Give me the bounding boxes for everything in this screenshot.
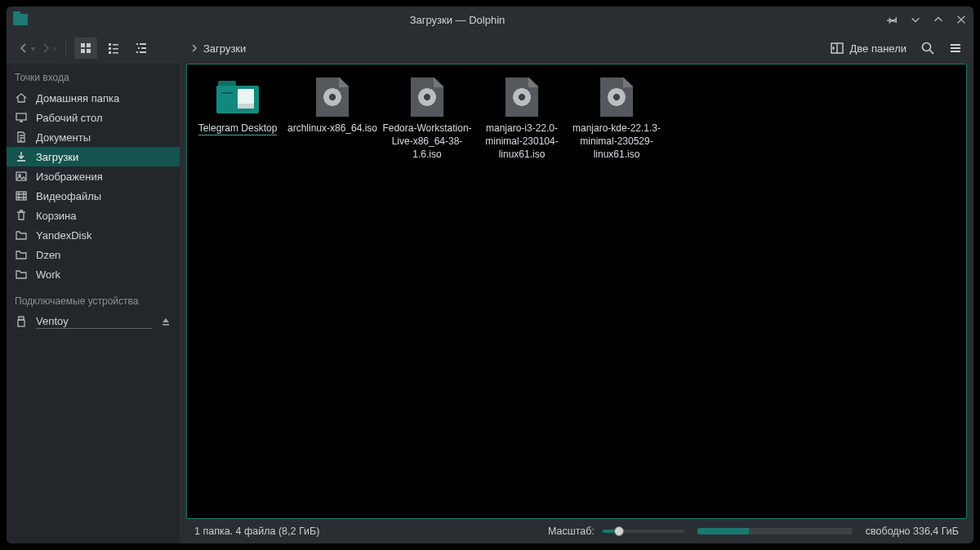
sidebar-item-label: Dzen: [36, 249, 172, 261]
svg-rect-23: [18, 320, 24, 326]
svg-rect-12: [138, 47, 140, 49]
split-panel-icon: [830, 41, 844, 55]
chevron-right-icon: [190, 44, 198, 52]
file-name: manjaro-i3-22.0-minimal-230104-linux61.i…: [476, 122, 568, 162]
split-view-button[interactable]: Две панели: [825, 38, 911, 59]
svg-rect-8: [109, 51, 111, 54]
breadcrumb-current: Загрузки: [203, 42, 246, 55]
close-button[interactable]: [956, 14, 967, 25]
iso-file-icon: [404, 78, 450, 117]
zoom-label: Масштаб:: [548, 526, 595, 537]
svg-rect-2: [81, 49, 85, 53]
svg-rect-11: [140, 43, 146, 45]
sidebar-item-trash[interactable]: Корзина: [7, 206, 180, 225]
svg-rect-9: [113, 52, 118, 54]
sidebar-item-label: Изображения: [36, 171, 172, 183]
pictures-icon: [15, 170, 28, 183]
file-item[interactable]: Telegram Desktop: [190, 74, 285, 166]
svg-rect-7: [113, 48, 118, 50]
svg-rect-14: [136, 51, 138, 53]
minimize-button[interactable]: [910, 14, 921, 25]
sidebar-section-devices: Подключаемые устройства: [7, 292, 180, 312]
svg-point-17: [923, 43, 931, 51]
app-icon: [13, 14, 28, 25]
eject-button[interactable]: [160, 316, 172, 327]
svg-rect-4: [109, 43, 111, 46]
svg-rect-6: [109, 47, 111, 50]
sidebar-item-label: Документы: [36, 131, 172, 144]
sidebar-item-ventoy[interactable]: Ventoy: [7, 312, 180, 331]
search-icon: [920, 41, 935, 55]
svg-rect-10: [136, 43, 138, 45]
svg-rect-0: [81, 43, 85, 47]
view-compact-button[interactable]: [102, 38, 125, 59]
svg-rect-15: [140, 51, 146, 53]
svg-rect-1: [87, 43, 91, 47]
svg-rect-21: [16, 192, 26, 200]
sidebar-item-yandex[interactable]: YandexDisk: [7, 225, 180, 245]
svg-rect-18: [16, 113, 26, 120]
folder-icon: [15, 248, 28, 261]
dolphin-window: Загрузки — Dolphin ▾ ▾: [7, 7, 973, 543]
sidebar-item-pictures[interactable]: Изображения: [7, 166, 180, 186]
free-space: свободно 336,4 ГиБ: [866, 526, 959, 537]
iso-file-icon: [594, 78, 639, 117]
disk-usage-bar: [697, 528, 853, 534]
split-view-label: Две панели: [849, 42, 906, 55]
sidebar-item-label: Загрузки: [36, 151, 172, 163]
sidebar: Точки входа Домашняя папкаРабочий столДо…: [7, 64, 180, 543]
file-item[interactable]: manjaro-kde-22.1.3-minimal-230529-linux6…: [569, 74, 664, 166]
sidebar-item-desktop[interactable]: Рабочий стол: [7, 108, 180, 127]
status-summary: 1 папка. 4 файла (8,2 ГиБ): [194, 526, 319, 537]
usb-icon: [15, 315, 28, 328]
desktop-icon: [15, 111, 28, 124]
file-item[interactable]: manjaro-i3-22.0-minimal-230104-linux61.i…: [474, 74, 569, 166]
hamburger-button[interactable]: [944, 37, 967, 60]
titlebar: Загрузки — Dolphin: [7, 7, 973, 33]
zoom-slider[interactable]: [603, 530, 684, 533]
download-icon: [15, 150, 28, 163]
toolbar: ▾ ▾ Загрузки Две панели: [7, 33, 973, 64]
sidebar-item-videos[interactable]: Видеофайлы: [7, 186, 180, 206]
folder-icon: [15, 268, 28, 281]
svg-rect-24: [163, 324, 169, 326]
sidebar-item-label: Work: [36, 268, 172, 281]
svg-rect-13: [141, 47, 146, 49]
sidebar-item-home[interactable]: Домашняя папка: [7, 88, 180, 108]
file-grid[interactable]: Telegram Desktoparchlinux-x86_64.isoFedo…: [186, 64, 967, 519]
svg-rect-19: [16, 172, 26, 180]
doc-icon: [15, 131, 28, 144]
folder-icon: [215, 78, 261, 117]
sidebar-item-label: Домашняя папка: [36, 92, 172, 104]
sidebar-item-dzen[interactable]: Dzen: [7, 245, 180, 264]
file-name: Telegram Desktop: [198, 122, 278, 135]
file-name: manjaro-kde-22.1.3-minimal-230529-linux6…: [571, 122, 662, 162]
view-details-button[interactable]: [130, 38, 153, 59]
sidebar-item-label: Корзина: [36, 210, 172, 222]
file-name: Fedora-Workstation-Live-x86_64-38-1.6.is…: [381, 122, 473, 162]
iso-file-icon: [310, 78, 355, 117]
search-button[interactable]: [916, 37, 939, 60]
pin-button[interactable]: [887, 14, 898, 25]
sidebar-item-label: YandexDisk: [36, 229, 172, 242]
svg-rect-3: [87, 49, 91, 53]
svg-rect-5: [113, 44, 118, 46]
file-item[interactable]: archlinux-x86_64.iso: [285, 74, 380, 166]
breadcrumb[interactable]: Загрузки: [190, 42, 246, 55]
window-title: Загрузки — Dolphin: [28, 14, 887, 26]
sidebar-item-label: Видеофайлы: [36, 190, 172, 202]
sidebar-item-label: Ventoy: [36, 315, 152, 329]
sidebar-item-label: Рабочий стол: [36, 112, 172, 124]
sidebar-item-documents[interactable]: Документы: [7, 127, 180, 147]
home-icon: [15, 91, 28, 104]
sidebar-item-work[interactable]: Work: [7, 264, 180, 284]
hamburger-icon: [948, 41, 963, 55]
file-name: archlinux-x86_64.iso: [287, 122, 377, 135]
file-item[interactable]: Fedora-Workstation-Live-x86_64-38-1.6.is…: [380, 74, 474, 166]
folder-icon: [15, 228, 28, 242]
sidebar-item-downloads[interactable]: Загрузки: [7, 147, 180, 166]
sidebar-section-places: Точки входа: [7, 69, 180, 88]
maximize-button[interactable]: [933, 14, 944, 25]
status-bar: 1 папка. 4 файла (8,2 ГиБ) Масштаб: своб…: [186, 519, 967, 543]
view-icons-button[interactable]: [74, 38, 97, 59]
